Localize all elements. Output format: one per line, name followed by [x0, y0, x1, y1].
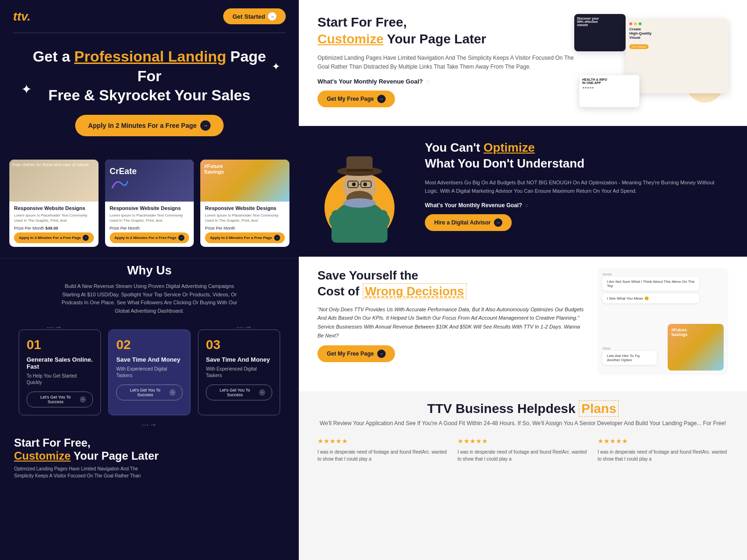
right-sec3-quote: "Not Only Does TTV Provides Us With Accu… [317, 305, 584, 340]
right-sec2-visual [317, 140, 411, 243]
card-1-desc: Lorem Ipsum Is Placeholder Text Commonly… [14, 213, 94, 223]
right-sec1-desc: Optimized Landing Pages Have Limited Nav… [317, 54, 574, 71]
logo: ttv. [13, 9, 31, 24]
svg-rect-6 [346, 169, 373, 172]
mockup-small-2: HEALTH & INFOIN ONE APP ★★★★★ [579, 75, 640, 107]
right-sec2-desc: Most Advertisers Go Big On Ad Budgets Bu… [425, 178, 728, 196]
why-us-section: Why Us Build A New Revenue Stream Using … [0, 258, 299, 329]
card-1: Free clothes for those who care of natur… [9, 160, 99, 247]
right-sec3-content: Save Yourself the Cost of Wrong Decision… [317, 268, 584, 380]
step-2-num: 02 [116, 337, 183, 352]
hero-section: Get a Professional Landing Page For Free… [0, 42, 299, 160]
review-3-text: I was in desperate need of footage and f… [598, 448, 728, 462]
right-panel: Start For Free, Customize Your Page Late… [299, 0, 747, 560]
arrow-icon: → [169, 389, 176, 396]
arrow-icon: → [377, 350, 386, 358]
right-section-4: TTV Business Helpdesk Plans We'll Review… [299, 392, 747, 560]
card-3-body: Responsive Website Designs Lorem Ipsum I… [200, 202, 289, 247]
svg-point-13 [343, 198, 376, 208]
svg-rect-1 [331, 210, 388, 243]
get-started-button[interactable]: Get Started → [223, 8, 286, 24]
right-sec1-btn[interactable]: Get My Free Page → [317, 91, 395, 107]
left-bottom-desc: Optimized Landing Pages Have Limited Nav… [14, 465, 145, 479]
nav-divider [13, 33, 286, 33]
svg-point-9 [363, 182, 367, 186]
card-2-img-text: CrEate [105, 160, 194, 200]
mockup-main: CreateHigh-QualityVisual Get Started [626, 19, 728, 93]
right-sec3-title: Save Yourself the Cost of Wrong Decision… [317, 268, 584, 300]
arrow-icon: → [80, 396, 86, 403]
right-sec1-visual: Discover your99% effectiveremote CreateH… [588, 14, 728, 112]
arrow-icon: → [377, 95, 386, 103]
card-3-img-text: #FutureSavings [200, 160, 289, 178]
card-3-desc: Lorem Ipsum Is Placeholder Text Commonly… [205, 213, 285, 223]
review-2: ★★★★★ I was in desperate need of footage… [458, 437, 588, 462]
hire-advisor-button[interactable]: Hire a Digital Advisor → [425, 214, 512, 231]
card-3-image: #FutureSavings [200, 160, 289, 202]
review-1: ★★★★★ I was in desperate need of footage… [317, 437, 448, 462]
arrow-icon: → [200, 120, 211, 131]
customize-highlight: Customize [317, 32, 384, 46]
right-sec3-btn[interactable]: Get My Free Page → [317, 345, 395, 362]
step-3-num: 03 [206, 337, 272, 352]
plans-highlight: Plans [579, 400, 619, 417]
hero-cta-button[interactable]: Apply In 2 Minutes For a Free Page → [75, 115, 224, 136]
left-bottom-section: Start For Free, Customize Your Page Late… [0, 430, 299, 486]
step-2: 02 Save Time And Money With Experienced … [108, 329, 190, 415]
step-1: 01 Generate Sales Online. Fast To Help Y… [19, 329, 101, 415]
right-sec2-question: What's Your Monthly Revenue Goal? [425, 202, 728, 209]
right-sec1-title: Start For Free, Customize Your Page Late… [317, 14, 574, 48]
optimize-highlight: Optimize [484, 140, 535, 154]
card-2-body: Responsive Website Designs Lorem Ipsum I… [105, 202, 194, 247]
review-1-stars: ★★★★★ [317, 437, 448, 445]
right-sec1-question: What's Your Monthly Revenue Goal? [317, 78, 574, 85]
review-2-stars: ★★★★★ [458, 437, 588, 445]
step-3: 03 Save Time And Money With Experienced … [198, 329, 280, 415]
future-savings-text: #FutureSavings [668, 324, 724, 341]
left-panel: ttv. Get Started → ✦ ✦ Get a Professiona… [0, 0, 299, 560]
card-1-btn[interactable]: Apply In 2 Minutes For a Free Page → [14, 232, 94, 243]
left-nav: ttv. Get Started → [0, 0, 299, 33]
mockup-stack: Discover your99% effectiveremote CreateH… [588, 14, 728, 117]
step-3-title: Save Time And Money [206, 356, 272, 363]
step-connector-bottom: ···→ [9, 420, 289, 430]
review-2-text: I was in desperate need of footage and f… [458, 448, 588, 462]
step-2-title: Save Time And Money [116, 356, 183, 363]
hero-highlight: Professional Landing [74, 48, 226, 65]
arrow-icon: → [83, 235, 89, 241]
card-2-price: Prize Per Month [110, 226, 190, 231]
right-sec4-desc: We'll Review Your Application And See If… [317, 419, 728, 428]
right-sec4-title: TTV Business Helpdesk Plans [317, 401, 728, 416]
wrong-decisions-highlight: Wrong Decisions [363, 283, 466, 299]
steps-row: 01 Generate Sales Online. Fast To Help Y… [9, 329, 289, 415]
chat-msg-1: I Am Not Sure What I Think About This Me… [602, 277, 699, 291]
why-us-desc: Build A New Revenue Stream Using Proven … [56, 282, 243, 315]
steps-container: ···→···→ 01 Generate Sales Online. Fast … [0, 329, 299, 430]
review-3-stars: ★★★★★ [598, 437, 728, 445]
svg-point-8 [352, 182, 356, 186]
step-3-desc: With Experienced Digital Taskers [206, 366, 272, 379]
chat-sender-1: James [602, 273, 724, 276]
step-1-num: 01 [27, 337, 93, 352]
right-sec2-title: You Can't Optimize What You Don't Unders… [425, 140, 728, 172]
step-3-btn[interactable]: Let's Get You To Success → [206, 385, 272, 400]
left-bottom-title: Start For Free, Customize Your Page Late… [14, 436, 285, 462]
mockup-small-1: Discover your99% effectiveremote [574, 14, 626, 51]
card-2-title: Responsive Website Designs [110, 205, 190, 211]
card-1-img-text: Free clothes for those who care of natur… [9, 160, 99, 170]
step-1-btn[interactable]: Let's Get You To Success → [27, 392, 93, 407]
step-2-desc: With Experienced Digital Taskers [116, 366, 183, 379]
step-1-desc: To Help You Get Started Quickly [27, 373, 93, 386]
card-1-title: Responsive Website Designs [14, 205, 94, 211]
hero-title: Get a Professional Landing Page For Free… [19, 47, 280, 105]
card-3-btn[interactable]: Apply In 2 Minutes For a Free Page → [205, 232, 285, 243]
person-image [317, 145, 402, 243]
star-decoration: ✦ [272, 61, 280, 73]
arrow-icon: → [274, 235, 280, 241]
chat-msg-2: I See What You Mean 😊 [602, 294, 699, 303]
right-sec3-visual: James I Am Not Sure What I Think About T… [598, 268, 728, 380]
card-2-btn[interactable]: Apply In 2 Minutes For a Free Page → [110, 232, 190, 243]
card-2-desc: Lorem Ipsum Is Placeholder Text Commonly… [110, 213, 190, 223]
step-2-btn[interactable]: Let's Get You To Success → [116, 385, 183, 400]
chat-sender-olivia: Olivia [602, 347, 670, 350]
